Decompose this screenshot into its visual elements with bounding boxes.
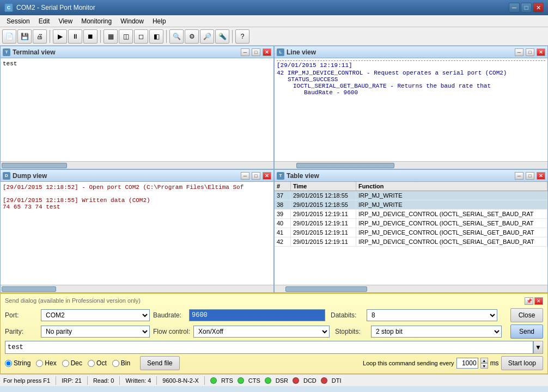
tb-split[interactable]: ◫ xyxy=(119,29,133,44)
databits-select[interactable]: 8 xyxy=(367,309,497,321)
table-minimize[interactable]: ─ xyxy=(515,172,523,180)
table-hscroll[interactable] xyxy=(275,285,547,292)
send-dialog-pin[interactable]: 📌 xyxy=(525,297,533,305)
line-maximize[interactable]: □ xyxy=(526,48,534,56)
menu-session[interactable]: Session xyxy=(2,16,34,26)
dump-content: [29/01/2015 12:18:52] - Open port COM2 (… xyxy=(1,182,273,285)
close-button[interactable]: ✕ xyxy=(533,3,544,13)
line-icon: L xyxy=(277,48,284,56)
bottom-panels: D Dump view ─ □ ✕ [29/01/2015 12:18:52] … xyxy=(0,169,548,293)
tb-help[interactable]: ? xyxy=(235,29,249,44)
loop-ms-input[interactable] xyxy=(456,358,478,369)
menu-help[interactable]: Help xyxy=(148,16,171,26)
minimize-button[interactable]: ─ xyxy=(509,3,520,13)
irp-status: IRP: 21 xyxy=(62,377,82,384)
line-row-0: [29/01/2015 12:19:11] xyxy=(277,60,545,70)
tb-stop[interactable]: ⏹ xyxy=(83,29,98,44)
dsr-led xyxy=(265,377,271,384)
tb-print[interactable]: 🖨 xyxy=(33,29,47,44)
table-title-bar: T Table view ─ □ ✕ xyxy=(275,170,547,182)
send-file-button[interactable]: Send file xyxy=(140,356,180,370)
line-minimize[interactable]: ─ xyxy=(515,48,523,56)
rts-led xyxy=(210,377,217,384)
table-rows: 37 29/01/2015 12:18:55 IRP_MJ_WRITE 38 2… xyxy=(275,191,547,285)
radio-string[interactable]: String xyxy=(5,359,31,367)
menu-window[interactable]: Window xyxy=(116,16,148,26)
table-row[interactable]: 39 29/01/2015 12:19:11 IRP_MJ_DEVICE_CON… xyxy=(275,210,547,219)
terminal-hscroll[interactable] xyxy=(1,161,273,169)
tb-panel[interactable]: ◧ xyxy=(149,29,163,44)
table-maximize[interactable]: □ xyxy=(526,172,534,180)
table-row[interactable]: 42 29/01/2015 12:19:11 IRP_MJ_DEVICE_CON… xyxy=(275,237,547,247)
line-hscroll[interactable] xyxy=(275,161,547,169)
terminal-minimize[interactable]: ─ xyxy=(241,48,249,56)
loop-spin[interactable]: ▲ ▼ xyxy=(480,358,488,369)
dump-maximize[interactable]: □ xyxy=(252,172,260,180)
terminal-hscroll-thumb[interactable] xyxy=(2,163,67,168)
line-row-1: 42 IRP_MJ_DEVICE_CONTROL - Request opera… xyxy=(277,70,545,76)
dump-icon: D xyxy=(3,172,10,180)
start-loop-button[interactable]: Start loop xyxy=(501,356,543,370)
baudrate-label: Baudrate: xyxy=(153,311,186,319)
terminal-text: test xyxy=(3,60,17,67)
table-row[interactable]: 37 29/01/2015 12:18:55 IRP_MJ_WRITE xyxy=(275,191,547,200)
table-close[interactable]: ✕ xyxy=(537,172,545,180)
table-row[interactable]: 38 29/01/2015 12:18:55 IRP_MJ_WRITE xyxy=(275,200,547,210)
close-button[interactable]: Close xyxy=(510,308,543,322)
port-select[interactable]: COM2 xyxy=(41,309,150,321)
tb-new[interactable]: 📄 xyxy=(2,29,16,44)
radio-hex[interactable]: Hex xyxy=(36,359,56,367)
line-hscroll-thumb[interactable] xyxy=(296,163,394,168)
terminal-close[interactable]: ✕ xyxy=(263,48,271,56)
tb-filter[interactable]: 🔍 xyxy=(169,29,184,44)
tb-pause[interactable]: ⏸ xyxy=(68,29,82,44)
tb-settings[interactable]: ⚙ xyxy=(185,29,199,44)
status-sep4 xyxy=(156,376,157,385)
dump-hscroll-thumb[interactable] xyxy=(2,286,56,292)
status-sep5 xyxy=(204,376,205,385)
menu-monitoring[interactable]: Monitoring xyxy=(77,16,116,26)
tb-frame[interactable]: ◻ xyxy=(134,29,148,44)
table-row[interactable]: 40 29/01/2015 12:19:11 IRP_MJ_DEVICE_CON… xyxy=(275,219,547,228)
tb-save[interactable]: 💾 xyxy=(17,29,32,44)
table-title: Table view xyxy=(287,172,513,180)
dump-title-bar: D Dump view ─ □ ✕ xyxy=(1,170,273,182)
toolbar: 📄 💾 🖨 ▶ ⏸ ⏹ ▦ ◫ ◻ ◧ 🔍 ⚙ 🔎 🔦 ? xyxy=(0,27,548,46)
tb-grid[interactable]: ▦ xyxy=(103,29,118,44)
flowcontrol-select[interactable]: Xon/Xoff xyxy=(193,326,330,338)
table-view-panel: T Table view ─ □ ✕ # Time Function 37 29… xyxy=(274,169,548,293)
radio-oct[interactable]: Oct xyxy=(88,359,107,367)
databits-label: Databits: xyxy=(331,311,363,319)
cts-label: CTS xyxy=(248,377,260,384)
radio-bin[interactable]: Bin xyxy=(112,359,130,367)
menu-edit[interactable]: Edit xyxy=(34,16,54,26)
dump-hscroll[interactable] xyxy=(1,285,273,292)
send-dialog-close-x[interactable]: ✕ xyxy=(534,297,543,305)
table-hscroll-thumb[interactable] xyxy=(285,286,367,292)
menu-view[interactable]: View xyxy=(54,16,77,26)
table-row[interactable]: 41 29/01/2015 12:19:11 IRP_MJ_DEVICE_CON… xyxy=(275,228,547,237)
read-status: Read: 0 xyxy=(93,377,114,384)
send-dialog-title: Send dialog (available in Professional v… xyxy=(5,297,543,305)
col-header-num: # xyxy=(275,182,291,191)
send-text-input[interactable] xyxy=(5,341,533,354)
line-close[interactable]: ✕ xyxy=(537,48,545,56)
dump-close[interactable]: ✕ xyxy=(263,172,271,180)
dump-minimize[interactable]: ─ xyxy=(241,172,249,180)
baudrate-input[interactable] xyxy=(189,309,325,321)
baud-status: 9600-8-N-2-X xyxy=(162,377,199,384)
tb-play[interactable]: ▶ xyxy=(53,29,67,44)
tb-highlight[interactable]: 🔦 xyxy=(215,29,229,44)
line-title: Line view xyxy=(287,48,513,56)
tb-zoom[interactable]: 🔎 xyxy=(200,29,214,44)
radio-dec[interactable]: Dec xyxy=(62,359,82,367)
spin-down[interactable]: ▼ xyxy=(480,363,488,369)
text-dropdown-btn[interactable]: ▼ xyxy=(533,341,543,354)
maximize-button[interactable]: □ xyxy=(521,3,532,13)
send-button[interactable]: Send xyxy=(510,324,543,339)
parity-select[interactable]: No parity xyxy=(41,326,150,338)
stopbits-select[interactable]: 2 stop bit xyxy=(371,326,502,338)
line-row-3: IOCTL_SERIAL_GET_BAUD_RATE - Returns the… xyxy=(293,83,545,89)
spin-up[interactable]: ▲ xyxy=(480,358,488,363)
terminal-maximize[interactable]: □ xyxy=(252,48,260,56)
